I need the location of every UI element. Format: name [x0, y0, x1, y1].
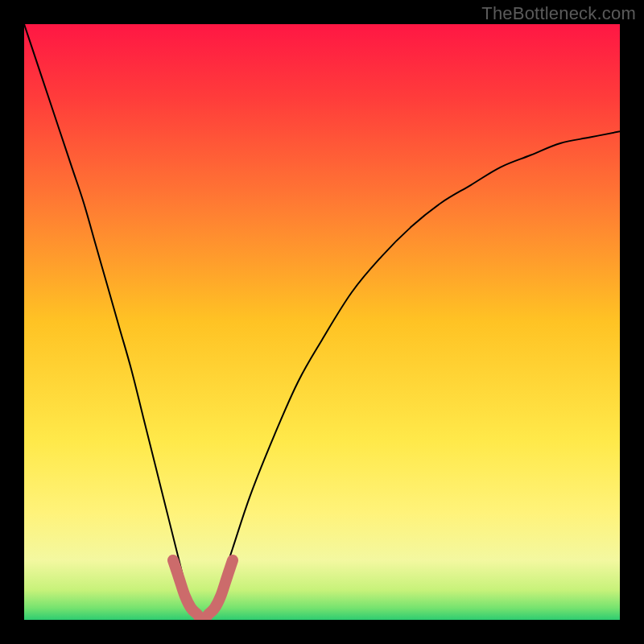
plot-area	[24, 24, 620, 620]
gradient-background	[24, 24, 620, 620]
watermark-text: TheBottleneck.com	[481, 3, 636, 24]
chart-outer-frame: TheBottleneck.com	[0, 0, 644, 644]
chart-svg	[24, 24, 620, 620]
